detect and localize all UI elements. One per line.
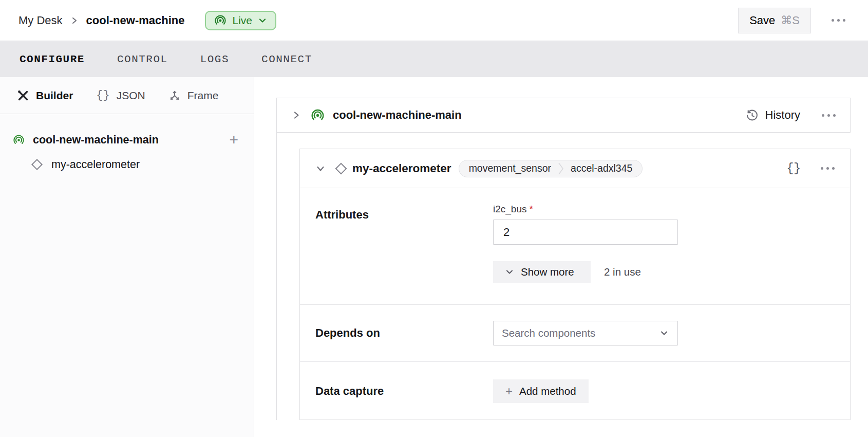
i2c-bus-field-label: i2c_bus* <box>493 204 678 215</box>
tools-icon <box>17 89 29 102</box>
component-type-model-badge: movement_sensor accel-adxl345 <box>459 160 643 177</box>
show-more-label: Show more <box>521 266 574 278</box>
chevron-down-icon <box>258 16 267 25</box>
attributes-fields: i2c_bus* Show more 2 in use <box>493 204 678 283</box>
component-type-tag: movement_sensor <box>469 162 551 174</box>
sidebar-tab-label: JSON <box>117 89 145 102</box>
status-label: Live <box>232 14 252 27</box>
tree-connector-line <box>276 133 277 420</box>
add-method-button[interactable]: + Add method <box>493 379 589 403</box>
save-shortcut: ⌘S <box>781 14 800 27</box>
top-bar: My Desk cool-new-machine Live Save <box>0 0 868 41</box>
tab-logs[interactable]: LOGS <box>200 53 229 65</box>
show-more-button[interactable]: Show more <box>493 261 591 283</box>
plus-icon: + <box>505 385 513 397</box>
sidebar-tab-label: Builder <box>36 89 73 102</box>
tree-item-label: my-accelerometer <box>51 158 140 171</box>
tree-item-machine-part[interactable]: cool-new-machine-main + <box>0 128 254 152</box>
component-model-tag: accel-adxl345 <box>571 162 632 174</box>
diamond-icon <box>31 158 43 171</box>
component-card-actions: {} <box>786 162 835 175</box>
sidebar-tab-builder[interactable]: Builder <box>17 89 73 102</box>
config-sidebar: Builder {} JSON Frame <box>0 77 254 437</box>
tag-separator-chevron-icon <box>558 161 564 176</box>
tab-configure[interactable]: CONFIGURE <box>20 53 85 65</box>
machine-part-card: cool-new-machine-main History <box>276 98 851 133</box>
chevron-down-icon <box>659 328 669 338</box>
breadcrumb: My Desk cool-new-machine <box>18 14 184 27</box>
history-label: History <box>765 108 800 122</box>
broadcast-icon <box>214 14 227 27</box>
add-component-icon[interactable]: + <box>229 132 238 148</box>
sidebar-tab-json[interactable]: {} JSON <box>96 89 145 102</box>
component-card: my-accelerometer movement_sensor accel-a… <box>299 149 851 420</box>
part-card-title: cool-new-machine-main <box>333 108 462 122</box>
depends-on-label: Depends on <box>315 326 493 340</box>
history-icon <box>746 109 759 122</box>
attributes-section: Attributes i2c_bus* Show more <box>300 188 850 305</box>
breadcrumb-parent-link[interactable]: My Desk <box>18 14 63 27</box>
chevron-down-icon <box>505 267 514 277</box>
topbar-more-menu-icon[interactable] <box>832 19 845 22</box>
part-card-more-menu-icon[interactable] <box>822 114 836 117</box>
attributes-in-use-count: 2 in use <box>604 266 641 278</box>
i2c-bus-input[interactable] <box>493 220 678 245</box>
edit-json-icon[interactable]: {} <box>786 162 801 175</box>
component-card-header: my-accelerometer movement_sensor accel-a… <box>300 149 850 188</box>
tab-connect[interactable]: CONNECT <box>261 53 312 65</box>
config-main-area: cool-new-machine-main History <box>254 77 868 437</box>
show-more-row: Show more 2 in use <box>493 261 678 283</box>
sidebar-tab-frame[interactable]: Frame <box>168 89 219 102</box>
sidebar-tab-label: Frame <box>187 89 219 102</box>
component-card-title: my-accelerometer <box>352 162 451 175</box>
content-area: Builder {} JSON Frame <box>0 77 868 437</box>
diamond-icon <box>334 162 348 175</box>
data-capture-label: Data capture <box>315 385 493 398</box>
tree-item-label: cool-new-machine-main <box>33 134 159 147</box>
required-asterisk: * <box>530 204 533 214</box>
depends-on-section: Depends on Search components <box>300 305 850 362</box>
history-button[interactable]: History <box>746 108 800 122</box>
braces-icon: {} <box>96 89 109 102</box>
attributes-label: Attributes <box>315 204 493 222</box>
depends-on-select[interactable]: Search components <box>493 321 678 345</box>
data-capture-section: Data capture + Add method <box>300 362 850 421</box>
topbar-actions: Save ⌘S <box>738 8 850 33</box>
expand-chevron-right-icon[interactable] <box>291 110 301 120</box>
add-method-label: Add method <box>519 385 576 397</box>
breadcrumb-chevron-icon <box>71 15 78 26</box>
save-button[interactable]: Save ⌘S <box>738 8 811 33</box>
axes-icon <box>168 89 181 102</box>
component-more-menu-icon[interactable] <box>821 167 835 170</box>
main-tab-bar: CONFIGURE CONTROL LOGS CONNECT <box>0 41 868 77</box>
depends-on-placeholder: Search components <box>502 327 595 339</box>
broadcast-icon <box>13 134 25 146</box>
breadcrumb-current: cool-new-machine <box>86 14 185 27</box>
save-label: Save <box>749 14 775 27</box>
resource-tree: cool-new-machine-main + my-accelerometer <box>0 114 254 177</box>
app-window: My Desk cool-new-machine Live Save <box>0 0 868 437</box>
tree-item-component[interactable]: my-accelerometer <box>0 152 254 177</box>
collapse-chevron-down-icon[interactable] <box>315 163 326 174</box>
part-card-actions: History <box>746 108 836 122</box>
tab-control[interactable]: CONTROL <box>117 53 168 65</box>
broadcast-icon <box>311 108 325 122</box>
machine-status-badge[interactable]: Live <box>205 11 276 30</box>
sidebar-tab-bar: Builder {} JSON Frame <box>0 77 254 114</box>
